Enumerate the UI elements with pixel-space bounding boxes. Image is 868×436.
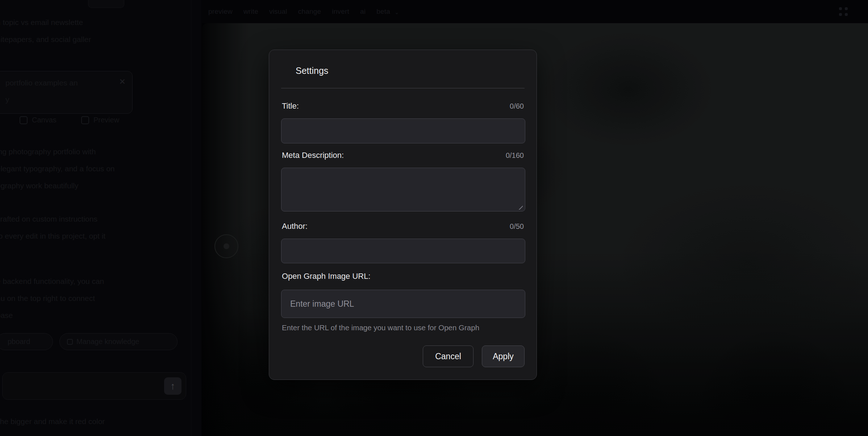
settings-modal: Settings Title: 0/60 Meta Description: 0… bbox=[269, 50, 537, 380]
meta-description-label: Meta Description: bbox=[282, 151, 344, 160]
meta-description-counter: 0/160 bbox=[506, 151, 524, 160]
author-counter: 0/50 bbox=[510, 222, 524, 231]
app-root: h topic vs email newslette hitepapers, a… bbox=[0, 0, 868, 436]
author-input[interactable] bbox=[281, 239, 525, 263]
modal-divider bbox=[281, 88, 525, 88]
og-image-url-label: Open Graph Image URL: bbox=[282, 272, 371, 281]
og-image-url-input[interactable] bbox=[281, 290, 525, 318]
modal-title: Settings bbox=[296, 66, 328, 76]
og-image-helper-text: Enter the URL of the image you want to u… bbox=[282, 323, 479, 332]
title-label: Title: bbox=[282, 101, 299, 111]
cancel-button[interactable]: Cancel bbox=[423, 345, 473, 367]
meta-description-textarea[interactable] bbox=[281, 168, 525, 211]
title-counter: 0/60 bbox=[510, 102, 524, 110]
author-label: Author: bbox=[282, 222, 308, 231]
title-input[interactable] bbox=[281, 118, 525, 143]
apply-button[interactable]: Apply bbox=[482, 345, 525, 367]
